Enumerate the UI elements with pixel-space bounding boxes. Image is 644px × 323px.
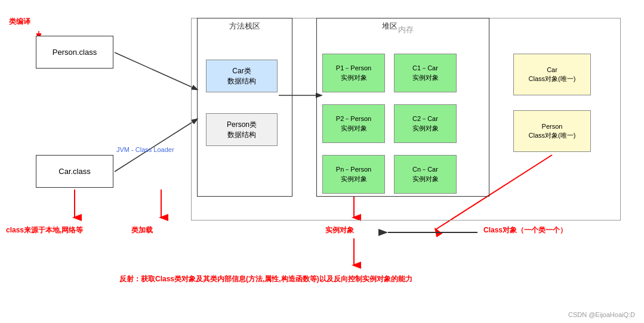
car-data-box: Car类数据结构: [206, 60, 278, 92]
person-class-text: Person.class: [53, 48, 97, 57]
c2-instance-cell: C2－Car实例对象: [394, 104, 457, 143]
c1-instance-cell: C1－Car实例对象: [394, 54, 457, 92]
instance-obj-label: 实例对象: [325, 225, 354, 235]
class-obj-label: Class对象（一个类一个）: [483, 225, 567, 235]
p1-instance-cell: P1－Person实例对象: [322, 54, 385, 92]
car-class-obj-box: CarClass对象(唯一): [513, 54, 591, 95]
jvm-classloader-label: JVM - Class Loader: [116, 146, 174, 153]
class-source-label: class来源于本地,网络等: [6, 225, 83, 235]
class-translate-label: 类编译: [9, 17, 30, 27]
method-stack-label: 方法栈区: [221, 21, 269, 32]
person-class-box: Person.class: [36, 36, 113, 69]
svg-line-1: [115, 52, 197, 89]
p2-instance-cell: P2－Person实例对象: [322, 104, 385, 143]
person-data-box: Person类数据结构: [206, 113, 278, 146]
car-data-text: Car类数据结构: [227, 66, 256, 86]
person-class-obj-box: PersonClass对象(唯一): [513, 110, 591, 152]
heap-label: 堆区: [382, 21, 398, 32]
diagram-container: 类编译 Person.class Car.class JVM - Class L…: [0, 0, 644, 323]
person-data-text: Person类数据结构: [227, 120, 257, 140]
svg-line-2: [115, 119, 197, 172]
cn-instance-cell: Cn－Car实例对象: [394, 155, 457, 194]
pn-instance-cell: Pn－Person实例对象: [322, 155, 385, 194]
csdn-label: CSDN @EijoaHoaiQ:D: [568, 311, 635, 318]
reflection-label: 反射：获取Class类对象及其类内部信息(方法,属性,构造函数等)以及反向控制实…: [119, 274, 412, 284]
method-stack-box: [197, 18, 292, 197]
car-class-box: Car.class: [36, 155, 113, 188]
car-class-text: Car.class: [58, 167, 90, 176]
class-load-label: 类加载: [131, 225, 153, 235]
